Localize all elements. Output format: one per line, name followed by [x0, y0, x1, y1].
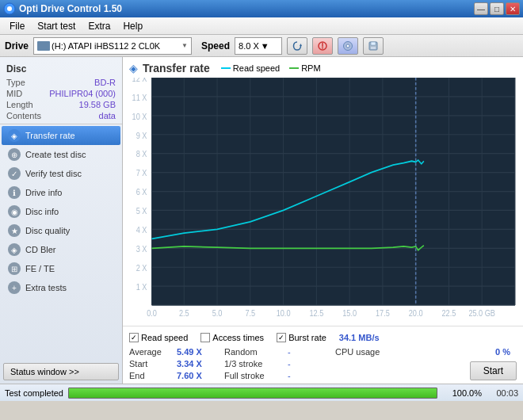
elapsed-time: 00:03: [487, 388, 518, 398]
legend-rpm: RPM: [289, 63, 320, 73]
start-label: Start: [129, 359, 177, 368]
svg-text:10.0: 10.0: [277, 309, 291, 319]
random-value: -: [288, 347, 291, 357]
svg-text:1 X: 1 X: [136, 282, 147, 292]
average-value: 5.49 X: [177, 347, 202, 357]
full-stroke-row: Full stroke -: [224, 371, 327, 380]
one-third-stroke-label: 1/3 stroke: [224, 359, 288, 368]
disc-type-value: BD-R: [94, 78, 116, 87]
disc-length-row: Length 19.58 GB: [6, 100, 116, 109]
disc-button[interactable]: [338, 37, 358, 55]
main-layout: Disc Type BD-R MID PHILIPR04 (000) Lengt…: [0, 57, 523, 384]
chart-title-row: ◈ Transfer rate Read speed RPM: [129, 62, 517, 74]
burn-button[interactable]: [312, 37, 333, 55]
minimize-button[interactable]: —: [474, 2, 488, 15]
app-title: Opti Drive Control 1.50: [19, 3, 122, 14]
nav-disc-quality[interactable]: ★ Disc quality: [2, 221, 120, 240]
drive-dropdown-arrow: ▼: [181, 42, 188, 49]
disc-quality-icon: ★: [8, 224, 21, 237]
progress-bar: [69, 388, 437, 398]
random-row: Random -: [224, 347, 327, 357]
start-button[interactable]: Start: [470, 361, 517, 380]
svg-text:0.0: 0.0: [147, 309, 157, 319]
full-stroke-label: Full stroke: [224, 371, 288, 380]
status-window-button[interactable]: Status window >>: [3, 363, 119, 380]
nav-drive-info[interactable]: ℹ Drive info: [2, 183, 120, 202]
status-window-label: Status window >>: [10, 367, 79, 376]
nav-disc-info[interactable]: ◉ Disc info: [2, 202, 120, 221]
access-times-checkbox[interactable]: Access times: [200, 333, 264, 342]
drive-icon: [37, 41, 50, 51]
menu-start-test[interactable]: Start test: [31, 19, 82, 33]
app-icon: [3, 2, 16, 15]
disc-info-icon: ◉: [8, 205, 21, 218]
end-value: 7.60 X: [177, 371, 202, 380]
drive-bar: Drive (H:) ATAPI iHBS112 2 CL0K ▼ Speed …: [0, 35, 523, 57]
svg-rect-9: [371, 42, 376, 45]
nav-create-test-disc[interactable]: ⊕ Create test disc: [2, 145, 120, 164]
start-value: 3.34 X: [177, 359, 202, 368]
menu-extra[interactable]: Extra: [82, 19, 116, 33]
drive-select[interactable]: (H:) ATAPI iHBS112 2 CL0K ▼: [33, 37, 192, 55]
nav-cd-bler[interactable]: ◈ CD Bler: [2, 240, 120, 259]
svg-text:7.5: 7.5: [245, 309, 255, 319]
legend-read-speed-label: Read speed: [233, 63, 280, 73]
menu-file[interactable]: File: [3, 19, 31, 33]
disc-type-row: Type BD-R: [6, 78, 116, 87]
refresh-button[interactable]: [287, 37, 307, 55]
extra-tests-icon: +: [8, 281, 21, 294]
fe-te-icon: ⊞: [8, 262, 21, 275]
nav-fe-te-label: FE / TE: [25, 264, 55, 273]
nav-transfer-rate[interactable]: ◈ Transfer rate: [2, 126, 120, 145]
one-third-stroke-value: -: [288, 359, 291, 368]
close-button[interactable]: ✕: [506, 2, 520, 15]
nav-extra-tests-label: Extra tests: [25, 283, 67, 292]
nav-cd-bler-label: CD Bler: [25, 245, 56, 254]
legend-read-speed-color: [221, 67, 231, 69]
end-row: End 7.60 X: [129, 371, 216, 380]
burst-rate-checkbox[interactable]: ✓ Burst rate: [277, 333, 326, 342]
svg-text:15.0: 15.0: [342, 309, 357, 319]
chart-title-icon: ◈: [129, 62, 138, 74]
svg-text:8 X: 8 X: [136, 150, 147, 159]
burst-rate-check: ✓: [277, 333, 286, 342]
menu-help[interactable]: Help: [116, 19, 149, 33]
disc-mid-label: MID: [6, 89, 22, 98]
progress-bar-container: [68, 388, 437, 399]
nav-fe-te[interactable]: ⊞ FE / TE: [2, 259, 120, 278]
disc-contents-value: data: [99, 111, 116, 120]
speed-label: Speed: [201, 40, 230, 52]
disc-type-label: Type: [6, 78, 25, 87]
nav-transfer-rate-label: Transfer rate: [25, 131, 75, 140]
nav-disc-info-label: Disc info: [25, 207, 59, 216]
start-row: Start 3.34 X: [129, 359, 216, 368]
svg-text:11 X: 11 X: [132, 93, 147, 102]
maximize-button[interactable]: □: [490, 2, 504, 15]
chart-area: ◈ Transfer rate Read speed RPM: [123, 57, 523, 326]
svg-text:12.5: 12.5: [309, 309, 323, 319]
speed-select[interactable]: 8.0 X ▼: [235, 37, 282, 55]
read-speed-checkbox[interactable]: ✓ Read speed: [129, 333, 188, 342]
nav-disc-quality-label: Disc quality: [25, 226, 70, 235]
legend-rpm-color: [289, 67, 299, 69]
verify-test-disc-icon: ✓: [8, 167, 21, 180]
svg-text:2.5: 2.5: [179, 309, 189, 319]
save-button[interactable]: [363, 37, 384, 55]
chart-legend: Read speed RPM: [221, 63, 321, 73]
nav-extra-tests[interactable]: + Extra tests: [2, 278, 120, 297]
svg-text:5 X: 5 X: [136, 207, 147, 216]
window-controls: — □ ✕: [474, 2, 520, 15]
end-label: End: [129, 371, 177, 380]
svg-text:25.0 GB: 25.0 GB: [468, 309, 495, 319]
content-area: ◈ Transfer rate Read speed RPM: [123, 57, 523, 384]
svg-text:5.0: 5.0: [212, 309, 223, 319]
legend-read-speed: Read speed: [221, 63, 280, 73]
svg-rect-10: [371, 47, 376, 49]
nav-create-test-disc-label: Create test disc: [25, 150, 86, 159]
menu-bar: File Start test Extra Help: [0, 17, 523, 35]
svg-text:7 X: 7 X: [136, 169, 147, 178]
svg-text:22.5: 22.5: [442, 309, 456, 319]
chart-svg: 12 X 11 X 10 X 9 X 8 X 7 X 6 X 5 X 4 X 3…: [129, 78, 517, 324]
cd-bler-icon: ◈: [8, 243, 21, 256]
nav-verify-test-disc[interactable]: ✓ Verify test disc: [2, 164, 120, 183]
